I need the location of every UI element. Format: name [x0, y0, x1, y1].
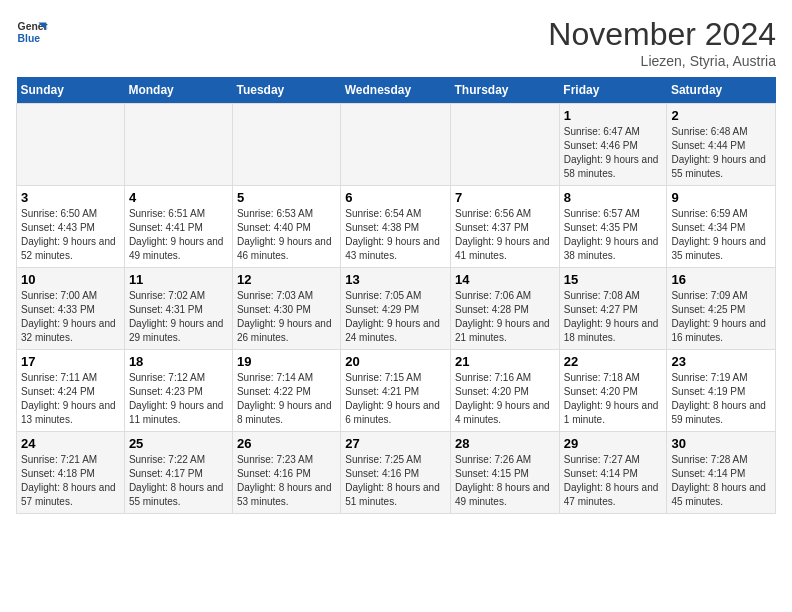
day-number: 12	[237, 272, 336, 287]
calendar-cell: 12Sunrise: 7:03 AM Sunset: 4:30 PM Dayli…	[232, 268, 340, 350]
day-number: 15	[564, 272, 663, 287]
day-number: 16	[671, 272, 771, 287]
day-info: Sunrise: 6:48 AM Sunset: 4:44 PM Dayligh…	[671, 125, 771, 181]
calendar-cell: 3Sunrise: 6:50 AM Sunset: 4:43 PM Daylig…	[17, 186, 125, 268]
calendar-cell: 17Sunrise: 7:11 AM Sunset: 4:24 PM Dayli…	[17, 350, 125, 432]
day-number: 3	[21, 190, 120, 205]
day-info: Sunrise: 7:11 AM Sunset: 4:24 PM Dayligh…	[21, 371, 120, 427]
calendar-week-row: 3Sunrise: 6:50 AM Sunset: 4:43 PM Daylig…	[17, 186, 776, 268]
day-info: Sunrise: 6:59 AM Sunset: 4:34 PM Dayligh…	[671, 207, 771, 263]
day-info: Sunrise: 7:06 AM Sunset: 4:28 PM Dayligh…	[455, 289, 555, 345]
calendar-cell: 25Sunrise: 7:22 AM Sunset: 4:17 PM Dayli…	[124, 432, 232, 514]
calendar-table: SundayMondayTuesdayWednesdayThursdayFrid…	[16, 77, 776, 514]
day-number: 20	[345, 354, 446, 369]
day-info: Sunrise: 7:15 AM Sunset: 4:21 PM Dayligh…	[345, 371, 446, 427]
calendar-cell	[17, 104, 125, 186]
calendar-cell: 7Sunrise: 6:56 AM Sunset: 4:37 PM Daylig…	[451, 186, 560, 268]
day-number: 10	[21, 272, 120, 287]
month-title: November 2024	[548, 16, 776, 53]
day-number: 8	[564, 190, 663, 205]
calendar-cell	[232, 104, 340, 186]
calendar-cell: 10Sunrise: 7:00 AM Sunset: 4:33 PM Dayli…	[17, 268, 125, 350]
day-number: 29	[564, 436, 663, 451]
weekday-header-monday: Monday	[124, 77, 232, 104]
day-number: 28	[455, 436, 555, 451]
day-number: 11	[129, 272, 228, 287]
day-number: 9	[671, 190, 771, 205]
day-info: Sunrise: 6:50 AM Sunset: 4:43 PM Dayligh…	[21, 207, 120, 263]
day-info: Sunrise: 7:00 AM Sunset: 4:33 PM Dayligh…	[21, 289, 120, 345]
day-info: Sunrise: 6:57 AM Sunset: 4:35 PM Dayligh…	[564, 207, 663, 263]
weekday-header-saturday: Saturday	[667, 77, 776, 104]
calendar-cell	[124, 104, 232, 186]
calendar-cell: 20Sunrise: 7:15 AM Sunset: 4:21 PM Dayli…	[341, 350, 451, 432]
day-info: Sunrise: 6:51 AM Sunset: 4:41 PM Dayligh…	[129, 207, 228, 263]
calendar-cell: 27Sunrise: 7:25 AM Sunset: 4:16 PM Dayli…	[341, 432, 451, 514]
day-number: 18	[129, 354, 228, 369]
day-info: Sunrise: 6:54 AM Sunset: 4:38 PM Dayligh…	[345, 207, 446, 263]
day-info: Sunrise: 6:47 AM Sunset: 4:46 PM Dayligh…	[564, 125, 663, 181]
calendar-cell: 1Sunrise: 6:47 AM Sunset: 4:46 PM Daylig…	[559, 104, 667, 186]
calendar-cell: 9Sunrise: 6:59 AM Sunset: 4:34 PM Daylig…	[667, 186, 776, 268]
day-info: Sunrise: 7:14 AM Sunset: 4:22 PM Dayligh…	[237, 371, 336, 427]
day-number: 19	[237, 354, 336, 369]
calendar-week-row: 17Sunrise: 7:11 AM Sunset: 4:24 PM Dayli…	[17, 350, 776, 432]
calendar-cell: 23Sunrise: 7:19 AM Sunset: 4:19 PM Dayli…	[667, 350, 776, 432]
weekday-header-friday: Friday	[559, 77, 667, 104]
calendar-cell: 21Sunrise: 7:16 AM Sunset: 4:20 PM Dayli…	[451, 350, 560, 432]
calendar-cell: 22Sunrise: 7:18 AM Sunset: 4:20 PM Dayli…	[559, 350, 667, 432]
title-block: November 2024 Liezen, Styria, Austria	[548, 16, 776, 69]
calendar-cell: 14Sunrise: 7:06 AM Sunset: 4:28 PM Dayli…	[451, 268, 560, 350]
day-number: 13	[345, 272, 446, 287]
weekday-header-thursday: Thursday	[451, 77, 560, 104]
calendar-week-row: 24Sunrise: 7:21 AM Sunset: 4:18 PM Dayli…	[17, 432, 776, 514]
calendar-cell: 30Sunrise: 7:28 AM Sunset: 4:14 PM Dayli…	[667, 432, 776, 514]
day-number: 26	[237, 436, 336, 451]
calendar-cell: 29Sunrise: 7:27 AM Sunset: 4:14 PM Dayli…	[559, 432, 667, 514]
day-number: 30	[671, 436, 771, 451]
day-info: Sunrise: 7:22 AM Sunset: 4:17 PM Dayligh…	[129, 453, 228, 509]
calendar-cell: 5Sunrise: 6:53 AM Sunset: 4:40 PM Daylig…	[232, 186, 340, 268]
weekday-header-wednesday: Wednesday	[341, 77, 451, 104]
logo-icon: General Blue	[16, 16, 48, 48]
weekday-header-sunday: Sunday	[17, 77, 125, 104]
page-header: General Blue November 2024 Liezen, Styri…	[16, 16, 776, 69]
location-subtitle: Liezen, Styria, Austria	[548, 53, 776, 69]
day-number: 21	[455, 354, 555, 369]
day-info: Sunrise: 7:25 AM Sunset: 4:16 PM Dayligh…	[345, 453, 446, 509]
day-info: Sunrise: 7:02 AM Sunset: 4:31 PM Dayligh…	[129, 289, 228, 345]
day-number: 22	[564, 354, 663, 369]
day-info: Sunrise: 7:27 AM Sunset: 4:14 PM Dayligh…	[564, 453, 663, 509]
calendar-week-row: 10Sunrise: 7:00 AM Sunset: 4:33 PM Dayli…	[17, 268, 776, 350]
calendar-cell: 15Sunrise: 7:08 AM Sunset: 4:27 PM Dayli…	[559, 268, 667, 350]
day-number: 14	[455, 272, 555, 287]
day-info: Sunrise: 7:26 AM Sunset: 4:15 PM Dayligh…	[455, 453, 555, 509]
logo: General Blue	[16, 16, 48, 48]
day-info: Sunrise: 7:03 AM Sunset: 4:30 PM Dayligh…	[237, 289, 336, 345]
day-info: Sunrise: 7:08 AM Sunset: 4:27 PM Dayligh…	[564, 289, 663, 345]
day-number: 23	[671, 354, 771, 369]
day-info: Sunrise: 7:18 AM Sunset: 4:20 PM Dayligh…	[564, 371, 663, 427]
calendar-cell: 26Sunrise: 7:23 AM Sunset: 4:16 PM Dayli…	[232, 432, 340, 514]
day-number: 17	[21, 354, 120, 369]
calendar-cell: 2Sunrise: 6:48 AM Sunset: 4:44 PM Daylig…	[667, 104, 776, 186]
day-info: Sunrise: 7:28 AM Sunset: 4:14 PM Dayligh…	[671, 453, 771, 509]
day-info: Sunrise: 7:12 AM Sunset: 4:23 PM Dayligh…	[129, 371, 228, 427]
day-number: 6	[345, 190, 446, 205]
calendar-cell: 4Sunrise: 6:51 AM Sunset: 4:41 PM Daylig…	[124, 186, 232, 268]
day-info: Sunrise: 7:09 AM Sunset: 4:25 PM Dayligh…	[671, 289, 771, 345]
day-number: 7	[455, 190, 555, 205]
calendar-cell	[451, 104, 560, 186]
calendar-cell: 18Sunrise: 7:12 AM Sunset: 4:23 PM Dayli…	[124, 350, 232, 432]
calendar-cell: 6Sunrise: 6:54 AM Sunset: 4:38 PM Daylig…	[341, 186, 451, 268]
calendar-cell: 13Sunrise: 7:05 AM Sunset: 4:29 PM Dayli…	[341, 268, 451, 350]
calendar-cell: 16Sunrise: 7:09 AM Sunset: 4:25 PM Dayli…	[667, 268, 776, 350]
day-number: 24	[21, 436, 120, 451]
day-number: 27	[345, 436, 446, 451]
day-number: 1	[564, 108, 663, 123]
day-number: 4	[129, 190, 228, 205]
day-info: Sunrise: 6:53 AM Sunset: 4:40 PM Dayligh…	[237, 207, 336, 263]
day-info: Sunrise: 7:05 AM Sunset: 4:29 PM Dayligh…	[345, 289, 446, 345]
day-info: Sunrise: 6:56 AM Sunset: 4:37 PM Dayligh…	[455, 207, 555, 263]
day-info: Sunrise: 7:19 AM Sunset: 4:19 PM Dayligh…	[671, 371, 771, 427]
